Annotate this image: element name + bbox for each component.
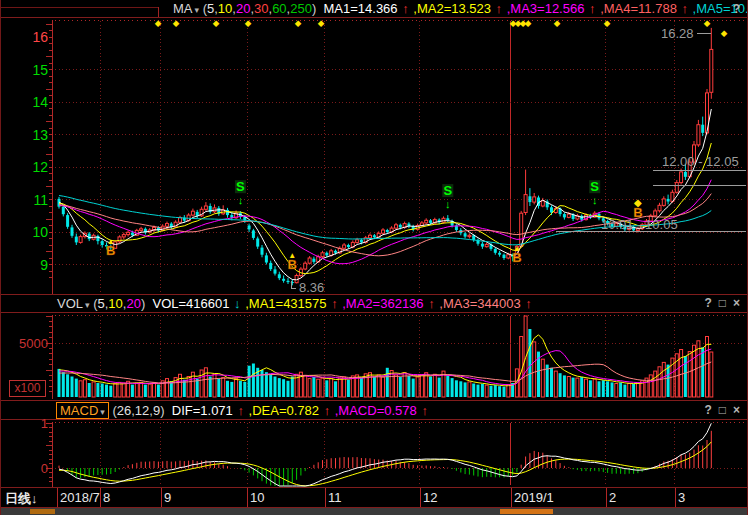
month-label[interactable]: 12 xyxy=(423,490,437,505)
indicator-value: VOL=416601 xyxy=(149,296,233,311)
trend-up-arrow-icon: ↑ xyxy=(324,403,331,418)
event-diamond-icon: ◆ xyxy=(525,18,532,28)
trend-up-arrow-icon: ↑ xyxy=(428,296,435,311)
month-label[interactable]: 8 xyxy=(103,490,110,505)
maximize-icon[interactable]: □ xyxy=(719,296,726,310)
horizontal-scrollbar[interactable] xyxy=(0,508,748,515)
volume-chart-canvas[interactable] xyxy=(0,313,748,400)
month-tick xyxy=(57,488,58,507)
separator xyxy=(0,17,748,18)
price-annotation: 12.00 - 12.05 xyxy=(662,154,739,169)
event-diamond-icon: ◆ xyxy=(721,28,728,38)
scrollbar-segment-left[interactable] xyxy=(30,509,55,514)
trend-up-arrow-icon: ↑ xyxy=(682,1,689,16)
ma-indicator-header[interactable]: MA▾ (5,10,20,30,60,250) MA1=14.366 ↑ ,MA… xyxy=(173,1,748,16)
event-diamond-icon: ◆ xyxy=(155,18,162,28)
vol-indicator-header[interactable]: VOL▾ (5,10,20) VOL=416601 ↓ ,MA1=431575 … xyxy=(57,296,533,311)
vol-panel-icons[interactable]: ?□× xyxy=(697,296,740,310)
event-diamond-icon: ◆ xyxy=(704,18,711,28)
macd-indicator-label[interactable]: MACD▾ xyxy=(56,402,109,419)
trend-up-arrow-icon: ↑ xyxy=(525,296,532,311)
month-label[interactable]: 3 xyxy=(678,490,685,505)
month-label[interactable]: 11 xyxy=(328,490,342,505)
price-annotation: 16.28 xyxy=(661,26,694,41)
event-diamond-icon: ◆ xyxy=(213,18,220,28)
time-axis-bar[interactable]: 日线↓ 2018/7891011122019/123 xyxy=(0,488,748,507)
indicator-value: MA1=14.366 xyxy=(320,1,401,16)
indicator-value: ,MA3=12.566 xyxy=(503,1,588,16)
buy-signal-label: B xyxy=(106,243,115,258)
sell-signal-label: S xyxy=(443,183,452,198)
help-icon[interactable]: ? xyxy=(704,296,711,310)
period-label: 日线 xyxy=(5,491,31,506)
trend-up-arrow-icon: ↑ xyxy=(589,1,596,16)
event-diamond-icon: ◆ xyxy=(245,18,252,28)
price-axis-label: 13 xyxy=(14,127,48,143)
separator xyxy=(0,294,748,295)
month-label[interactable]: 10 xyxy=(250,490,264,505)
separator xyxy=(0,419,748,420)
price-annotation: 8.36 xyxy=(299,280,324,294)
close-icon[interactable]: × xyxy=(733,403,740,417)
price-chart-canvas[interactable]: ◆◆◆◆◆◆◆◆◆◆◆◆◆◆▲BS↓▲BS↓▲BS↓◆B16.2812.00 -… xyxy=(0,18,748,294)
month-label[interactable]: 2018/7 xyxy=(60,490,100,505)
macd-dropdown-icon[interactable]: ▾ xyxy=(100,407,105,417)
month-tick xyxy=(247,488,248,507)
indicator-value: ,MACD=0.578 xyxy=(331,403,420,418)
trend-up-arrow-icon: ↑ xyxy=(402,1,409,16)
macd-panel-icons[interactable]: ?□× xyxy=(697,403,740,417)
sell-arrow-icon: ↓ xyxy=(592,194,598,206)
period-selector[interactable]: 日线↓ xyxy=(5,490,38,508)
scrollbar-segment-right[interactable] xyxy=(500,509,553,514)
price-axis-label: 10 xyxy=(14,224,48,240)
price-axis-label: 16 xyxy=(14,29,48,45)
month-label[interactable]: 9 xyxy=(164,490,171,505)
sell-arrow-icon: ↓ xyxy=(238,194,244,206)
month-tick xyxy=(606,488,607,507)
help-icon[interactable]: ? xyxy=(733,2,740,16)
vol-indicator-label[interactable]: VOL▾ xyxy=(57,296,90,311)
trend-up-arrow-icon: ↑ xyxy=(237,403,244,418)
price-axis-label: 15 xyxy=(14,62,48,78)
buy-signal-label: B xyxy=(512,250,521,265)
month-label[interactable]: 2 xyxy=(609,490,616,505)
price-axis-label: 12 xyxy=(14,159,48,175)
volume-unit-badge: x100 xyxy=(9,380,46,397)
trend-up-arrow-icon: ↑ xyxy=(496,1,503,16)
help-icon[interactable]: ? xyxy=(704,403,711,417)
indicator-value: ,DEA=0.782 xyxy=(245,403,323,418)
month-tick xyxy=(675,488,676,507)
event-diamond-icon: ◆ xyxy=(318,18,325,28)
ma-indicator-label[interactable]: MA▾ xyxy=(173,1,199,16)
macd-chart-canvas[interactable] xyxy=(0,420,748,487)
month-tick xyxy=(325,488,326,507)
indicator-value: ,MA2=362136 xyxy=(339,296,428,311)
buy-signal-label: B xyxy=(288,257,297,272)
indicator-value: ,MA3=344003 xyxy=(436,296,525,311)
indicator-value: ,MA1=431575 xyxy=(242,296,331,311)
stock-app-window: { "icons": {"dropdown":"▾","help":"?","m… xyxy=(0,0,748,515)
indicator-value: ,MA2=13.523 xyxy=(410,1,495,16)
trend-up-arrow-icon: ↑ xyxy=(331,296,338,311)
macd-axis-label: 1 xyxy=(14,416,48,431)
month-tick xyxy=(100,488,101,507)
event-diamond-icon: ◆ xyxy=(295,18,302,28)
indicator-value: DIF=1.071 xyxy=(168,403,236,418)
price-axis-label: 11 xyxy=(14,192,48,208)
macd-axis-label: 0 xyxy=(14,461,48,476)
sell-signal-label: S xyxy=(236,179,245,194)
price-axis-label: 9 xyxy=(14,257,48,273)
macd-indicator-header[interactable]: MACD▾ (26,12,9) DIF=1.071 ↑ ,DEA=0.782 ↑… xyxy=(56,403,429,418)
trend-down-arrow-icon: ↓ xyxy=(234,296,241,311)
volume-axis-label: 5000 xyxy=(14,336,48,351)
month-label[interactable]: 2019/1 xyxy=(514,490,554,505)
indicator-value: ,MA4=11.788 xyxy=(597,1,681,16)
main-panel-icons[interactable]: ? xyxy=(726,2,740,16)
event-diamond-icon: ◆ xyxy=(554,18,561,28)
sell-arrow-icon: ↓ xyxy=(445,198,451,210)
sell-signal-label: S xyxy=(590,179,599,194)
maximize-icon[interactable]: □ xyxy=(719,403,726,417)
left-border xyxy=(0,0,1,515)
close-icon[interactable]: × xyxy=(733,296,740,310)
period-down-arrow-icon: ↓ xyxy=(31,491,38,506)
